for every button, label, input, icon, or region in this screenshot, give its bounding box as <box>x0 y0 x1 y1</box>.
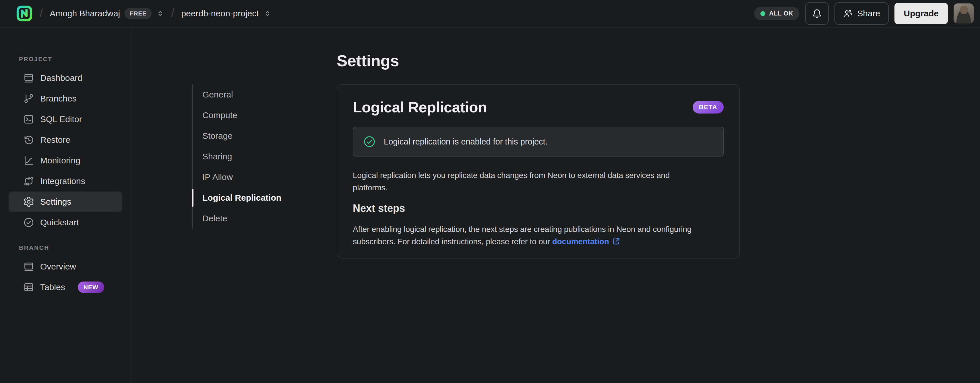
description-text: Logical replication lets you replicate d… <box>353 169 724 194</box>
main-content: General Compute Storage Sharing IP Allow… <box>132 27 980 383</box>
share-label: Share <box>857 9 880 18</box>
beta-badge: BETA <box>693 101 724 114</box>
status-banner: Logical replication is enabled for this … <box>353 127 724 157</box>
sql-editor-icon <box>23 114 35 125</box>
overview-icon <box>23 261 35 272</box>
upgrade-button[interactable]: Upgrade <box>894 3 948 24</box>
restore-icon <box>23 134 35 146</box>
chevron-updown-icon <box>264 9 272 17</box>
tables-icon <box>23 282 35 293</box>
logical-replication-card: Logical Replication BETA Logical replica… <box>337 84 740 259</box>
chevron-updown-icon <box>156 9 164 17</box>
branches-icon <box>23 93 35 104</box>
external-link-icon <box>612 237 620 245</box>
monitoring-icon <box>23 155 35 166</box>
settings-nav-ip-allow[interactable]: IP Allow <box>193 167 294 187</box>
neon-logo[interactable] <box>16 5 33 22</box>
settings-nav-sharing[interactable]: Sharing <box>193 146 294 167</box>
settings-gear-icon <box>23 196 35 207</box>
sidebar-item-settings[interactable]: Settings <box>9 192 122 212</box>
sidebar-item-dashboard[interactable]: Dashboard <box>9 68 122 88</box>
sidebar-item-branches[interactable]: Branches <box>9 88 122 109</box>
settings-nav-compute[interactable]: Compute <box>193 105 294 125</box>
bell-icon <box>812 8 822 19</box>
status-dot-icon <box>760 11 765 16</box>
project-selector[interactable]: peerdb-neon-project <box>181 9 271 18</box>
sidebar-item-quickstart[interactable]: Quickstart <box>9 212 122 233</box>
sidebar-item-overview[interactable]: Overview <box>9 256 122 277</box>
settings-nav-general[interactable]: General <box>193 84 294 105</box>
settings-nav-storage[interactable]: Storage <box>193 125 294 146</box>
settings-nav-logical-replication[interactable]: Logical Replication <box>193 187 294 208</box>
settings-nav: General Compute Storage Sharing IP Allow… <box>192 84 294 229</box>
new-badge: NEW <box>78 282 104 293</box>
sidebar-section-branch: BRANCH <box>19 244 122 251</box>
topbar: / Amogh Bharadwaj FREE / peerdb-neon-pro… <box>0 0 980 27</box>
sidebar-item-restore[interactable]: Restore <box>9 130 122 150</box>
next-steps-title: Next steps <box>353 203 724 214</box>
integrations-icon <box>23 176 35 187</box>
card-title: Logical Replication <box>353 99 487 116</box>
project-name: peerdb-neon-project <box>181 9 259 18</box>
share-users-icon <box>843 9 853 18</box>
breadcrumb-separator: / <box>40 6 43 19</box>
dashboard-icon <box>23 72 35 84</box>
breadcrumb-separator: / <box>171 6 174 19</box>
sidebar: PROJECT Dashboard Branches <box>0 27 132 383</box>
breadcrumb: / Amogh Bharadwaj FREE / peerdb-neon-pro… <box>16 5 272 22</box>
plan-badge: FREE <box>124 8 151 19</box>
sidebar-item-integrations[interactable]: Integrations <box>9 171 122 192</box>
settings-nav-delete[interactable]: Delete <box>193 208 294 229</box>
sidebar-section-project: PROJECT <box>19 55 122 62</box>
sidebar-item-sql-editor[interactable]: SQL Editor <box>9 109 122 130</box>
share-button[interactable]: Share <box>834 2 889 25</box>
status-banner-text: Logical replication is enabled for this … <box>384 137 548 147</box>
documentation-link[interactable]: documentation <box>552 237 609 246</box>
org-name: Amogh Bharadwaj <box>50 9 120 18</box>
sidebar-item-tables[interactable]: Tables NEW <box>9 277 122 298</box>
topbar-actions: ALL OK Share Upgrade <box>754 2 974 25</box>
next-steps-text: After enabling logical replication, the … <box>353 223 724 248</box>
check-circle-icon <box>363 135 376 148</box>
quickstart-icon <box>23 217 35 228</box>
status-label: ALL OK <box>769 10 793 17</box>
org-selector[interactable]: Amogh Bharadwaj FREE <box>50 8 164 19</box>
page-title: Settings <box>337 52 740 70</box>
avatar[interactable] <box>954 3 974 24</box>
status-badge[interactable]: ALL OK <box>754 7 799 20</box>
sidebar-item-monitoring[interactable]: Monitoring <box>9 150 122 171</box>
notifications-button[interactable] <box>805 2 829 25</box>
